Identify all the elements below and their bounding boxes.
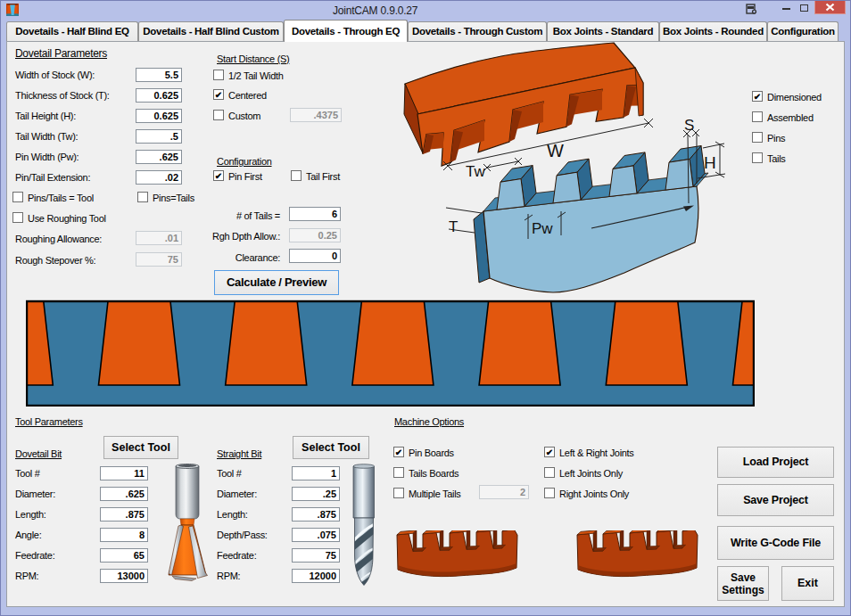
svg-text:Tw: Tw xyxy=(466,163,485,180)
svg-text:S: S xyxy=(684,117,694,134)
svg-text:W: W xyxy=(547,141,564,160)
svg-text:H: H xyxy=(704,153,716,172)
svg-text:T: T xyxy=(449,218,458,235)
svg-text:Pw: Pw xyxy=(532,220,553,237)
